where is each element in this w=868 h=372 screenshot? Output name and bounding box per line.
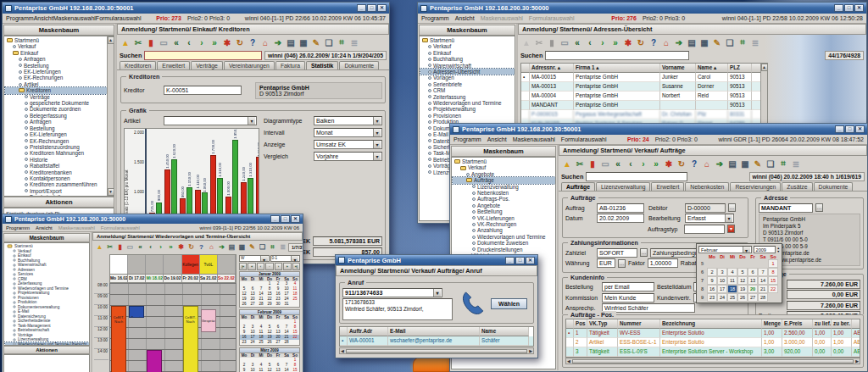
datum-field[interactable]: 20.02.2009 [597,214,644,223]
cut-icon[interactable]: ✂ [533,36,545,48]
nav-button[interactable]: |« [239,263,247,270]
column-header[interactable]: E.Preis [782,319,813,329]
calendar-day[interactable]: 2 [707,268,717,276]
refresh-icon[interactable]: ↻ [234,36,246,48]
close-button[interactable]: ✕ [377,4,387,12]
tree-item[interactable]: Lizenzverwaltung [453,184,555,190]
minimize-button[interactable]: _ [270,215,280,223]
chart-option-select[interactable]: Umsatz EK [314,140,382,149]
menu-item[interactable]: Programm [453,136,481,142]
adresse-lookup-button[interactable]: … [815,203,823,212]
tree-item[interactable]: Belegerfassung [5,113,114,119]
save-icon[interactable]: ▦ [237,242,247,252]
search-input[interactable] [144,51,262,60]
alert-icon[interactable]: ▲ [95,242,104,252]
actions-header[interactable]: Aktionen [3,346,90,354]
calendar-day[interactable]: 12 [737,276,748,285]
mini-calendar-day[interactable]: 28 [257,302,265,307]
horizontal-scrollbar[interactable]: ◀▶ [565,358,860,364]
calendar-day[interactable]: 24 [717,293,727,302]
print-icon[interactable]: ▤ [227,242,236,252]
calendar-day[interactable]: 22 [768,285,778,293]
tree-item[interactable]: Artikel [5,81,114,87]
table-row[interactable]: MA-00004Pentaprise GmbHNorbertReid90513 [521,92,767,101]
calendar-day[interactable]: 17 [717,285,727,293]
tree-item[interactable]: Angebote [453,171,555,177]
mini-calendar[interactable]: März 2009 MoDiMiDoFrSaSo 123456789101112… [239,347,300,372]
mini-calendar-day[interactable]: 9 [240,368,248,372]
menu-item[interactable]: Programm [6,15,34,21]
menu-item[interactable]: Formularauswahl [529,15,575,21]
mini-calendar-day[interactable]: 29 [265,302,274,307]
calendar-day[interactable] [737,259,748,268]
column-header[interactable]: Bezeichnung [660,319,762,329]
mini-calendar-day[interactable]: 28 [282,340,291,345]
copy-icon[interactable]: ❏ [323,36,335,48]
menu-item[interactable]: Ansicht [34,15,53,21]
cut-icon[interactable]: ✂ [105,242,114,252]
tab[interactable]: Erweitert [651,182,684,191]
new-doc-icon[interactable]: ▭ [158,36,170,48]
menu-item[interactable]: Maskenauswahl [58,225,95,230]
tree-item[interactable]: EK-Lieferungen [5,69,114,75]
tab[interactable]: Nebenkosten [685,182,729,191]
tree-item[interactable]: EK-Rechnungen [5,75,114,81]
menu-item[interactable]: Formularauswahl [96,15,142,21]
nav-first-icon[interactable]: « [136,242,145,252]
artikel-combo[interactable] [164,116,257,125]
tab[interactable]: Kreditoren [120,61,156,69]
nav-button[interactable]: » [283,263,291,270]
nav-last-icon[interactable]: » [166,242,175,252]
mini-calendar-day[interactable]: 30 [274,302,282,307]
nav-last-icon[interactable]: » [650,158,662,169]
tree-item[interactable]: Anzahlung [453,227,555,233]
table-row[interactable]: P-0000015Pegasus WerbegesellschaftDr. Ch… [521,110,767,119]
tab[interactable]: Aufträge [561,182,595,191]
new-doc-icon[interactable]: ▭ [559,36,570,48]
calendar-day[interactable]: 3 [717,268,727,276]
tab[interactable]: Verträge [191,61,223,69]
tree-item[interactable]: Nebenkosten [453,190,555,196]
calendar-day[interactable]: 4 [727,268,737,276]
calendar-day[interactable]: 20 [748,285,758,293]
tab[interactable]: Dokumente [339,61,379,69]
list-view-icon[interactable]: ≣ [348,36,360,48]
tree-item[interactable]: Kontaktpersonen [5,175,114,181]
menu-item[interactable]: Formularauswahl [101,225,140,230]
tab[interactable]: Dokumente [814,182,854,191]
tree-item[interactable]: Preislistenzuordnung [5,144,114,150]
table-row[interactable]: MANDANTPentaprise GmbH90513 [521,101,767,110]
help-icon[interactable]: ? [247,36,259,48]
month-select[interactable]: Februar [698,246,752,253]
tree-item[interactable]: VK-Rechnungen [453,221,555,227]
actions-header[interactable]: Aktionen [3,197,114,208]
close-button[interactable]: ✕ [291,215,300,223]
mini-calendar-day[interactable]: 11 [257,368,265,372]
year-spinner[interactable]: 2009 [754,246,776,253]
tree-item[interactable]: Import/Export [5,188,114,194]
calendar-event[interactable]: CeBIT-Nach [183,306,198,372]
titlebar[interactable]: Pentaprise GmbH _□✕ [336,255,537,265]
tree-item[interactable]: Verkauf [453,164,555,170]
edit-icon[interactable]: ✎ [310,36,322,48]
tab[interactable]: Faktura [275,61,305,69]
menu-item[interactable]: Programm [421,15,449,21]
column-header[interactable]: VK.Typ [587,319,618,329]
copy-icon[interactable]: ❏ [724,36,736,48]
calendar-day[interactable]: 7 [758,268,768,276]
table-row[interactable]: MA-00013Pentaprise GmbHSusanneDorner9051… [521,82,767,92]
tree-item[interactable]: Kreditorenbanken [5,169,114,175]
chart-option-select[interactable]: Balken [314,116,382,125]
calendar-day[interactable]: 5 [737,268,748,276]
titlebar[interactable]: Pentaprise GmbH 192.168.200.30:50001 _□✕ [3,3,389,14]
calendar-day[interactable]: 25 [727,293,737,302]
maximize-button[interactable]: □ [845,125,854,133]
list-view-icon[interactable]: ≣ [278,242,287,252]
faktor-field[interactable]: 1,00000 [648,258,678,268]
bearbeitung-select[interactable]: Erfasst [685,214,734,223]
column-header[interactable] [340,327,348,336]
table-row[interactable]: ▪MA-00015Pentaprise GmbHJunkerCarol90513 [521,73,767,82]
mini-calendar-day[interactable]: 26 [265,340,274,345]
help-icon[interactable]: ? [688,158,700,169]
cancel-icon[interactable]: ✱ [221,36,233,48]
